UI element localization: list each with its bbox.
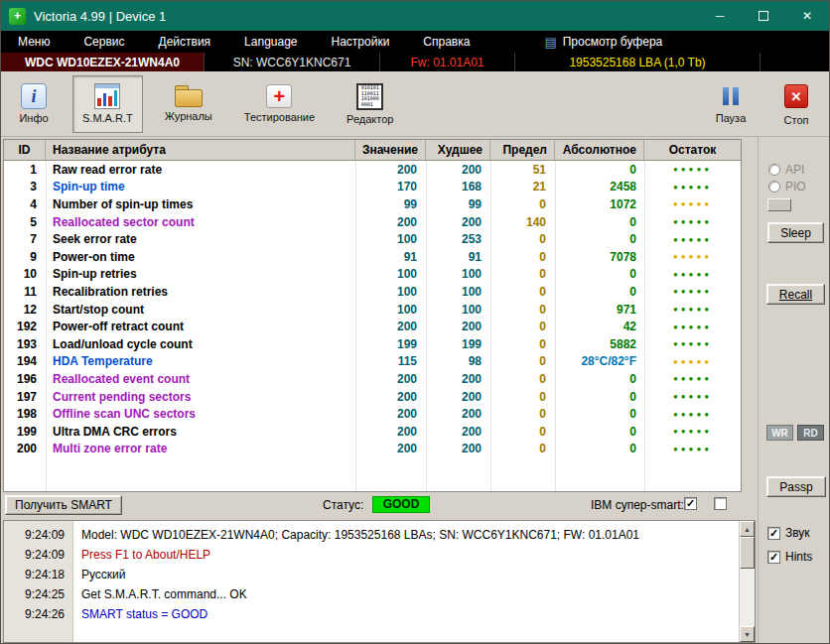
attr-id: 196 [4,372,46,386]
menu-item-help[interactable]: Справка [406,35,486,49]
pio-radio-label: PIO [785,180,806,193]
attr-threshold: 0 [490,250,555,264]
toolbar-pause-button[interactable]: Пауза [704,75,758,133]
ibm-super-smart-checkbox[interactable] [684,497,697,510]
table-row[interactable]: 194HDA Temperature11598028°C/82°F●●●●● [4,353,741,371]
attr-name: HDA Temperature [46,354,355,368]
attr-threshold: 0 [490,197,555,211]
table-row[interactable]: 198Offline scan UNC sectors20020000●●●●● [4,405,741,423]
attr-worst: 200 [426,215,490,229]
log-scrollbar[interactable]: ▲ ▼ [739,521,755,642]
attr-raw: 0 [555,372,644,386]
attr-value: 100 [355,285,426,299]
attr-threshold: 0 [490,337,555,351]
device-firmware: Fw: 01.01A01 [380,53,515,71]
table-row[interactable]: 10Spin-up retries10010000●●●●● [4,266,741,284]
column-header-name: Название атрибута [46,140,355,160]
menu-item-actions[interactable]: Действия [142,35,228,49]
table-row[interactable]: 199Ultra DMA CRC errors20020000●●●●● [4,423,741,441]
api-radio[interactable]: API [768,163,804,177]
attr-id: 200 [4,442,46,455]
table-row[interactable]: 200Multi zone error rate20020000●●●●● [4,441,741,458]
scroll-up-icon[interactable]: ▲ [740,521,755,537]
attr-name: Reallocated event count [46,372,355,386]
pio-radio-circle [768,181,780,193]
attr-name: Load/unload cycle count [46,337,355,351]
attr-name: Start/stop count [46,303,355,317]
hints-checkbox[interactable]: Hints [767,550,812,564]
table-row[interactable]: 11Recalibration retries10010000●●●●● [4,283,741,301]
table-row[interactable]: 9Power-on time919107078●●●●● [4,248,741,266]
wr-button[interactable]: WR [766,425,793,441]
attr-id: 198 [4,407,46,421]
toolbar-smart-button[interactable]: S.M.A.R.T [72,75,143,133]
table-row[interactable]: 197Current pending sectors20020000●●●●● [4,388,741,406]
attr-name: Power-on time [46,250,355,264]
get-smart-button[interactable]: Получить SMART [5,495,122,515]
toolbar-journals-button[interactable]: Журналы [155,75,222,133]
log-timestamp: 9:24:09 [4,525,72,545]
attr-value: 115 [355,354,426,368]
log-message: Model: WDC WD10EZEX-21WN4A0; Capacity: 1… [81,525,739,545]
menu-item-settings[interactable]: Настройки [315,35,407,49]
hex-editor-icon: 010101 110011 101000 0001 [356,83,383,110]
pio-radio[interactable]: PIO [768,180,806,193]
scrollbar-thumb[interactable] [740,537,755,569]
attr-health-dots: ●●●●● [644,392,741,401]
log-message: SMART status = GOOD [81,604,739,624]
close-icon[interactable]: ✕ [785,1,829,31]
attr-value: 200 [355,390,426,404]
buffer-view-icon: ▤ [544,36,556,49]
table-row[interactable]: 5Reallocated sector count2002001400●●●●● [4,213,741,231]
column-header-health: Остаток [644,140,741,160]
scroll-down-icon[interactable]: ▼ [740,626,755,642]
table-row[interactable]: 12Start/stop count1001000971●●●●● [4,301,741,319]
table-row[interactable]: 192Power-off retract count200200042●●●●● [4,318,741,335]
attr-raw: 28°C/82°F [555,354,644,368]
attr-threshold: 0 [490,354,555,368]
table-row[interactable]: 1Raw read error rate200200510●●●●● [4,161,741,179]
table-row[interactable]: 4Number of spin-up times999901072●●●●● [4,195,741,213]
extra-checkbox[interactable] [714,497,727,510]
stop-icon: ✕ [784,84,808,108]
recall-button[interactable]: Recall [766,284,825,305]
log-panel[interactable]: 9:24:099:24:099:24:189:24:259:24:26 Mode… [3,520,756,643]
sound-checkbox-label: Звук [785,526,810,540]
table-row[interactable]: 193Load/unload cycle count19919905882●●●… [4,335,741,353]
toolbar-info-button[interactable]: i Инфо [7,75,61,133]
menu-item-language[interactable]: Language [227,35,314,49]
sleep-button[interactable]: Sleep [767,222,824,243]
attr-threshold: 0 [490,407,555,421]
log-timestamp: 9:24:26 [4,604,72,624]
info-icon: i [21,83,47,109]
menu-item-menu[interactable]: Меню [1,35,67,49]
hints-checkbox-label: Hints [785,550,812,564]
passp-button[interactable]: Passp [766,476,826,497]
attr-worst: 99 [426,197,490,211]
title-bar: + Victoria 4.99 | Device 1 ─ ✕ [1,1,829,31]
attr-name: Recalibration retries [46,285,355,299]
table-row[interactable]: 3Spin-up time170168212458●●●●● [4,179,741,196]
table-row[interactable]: 196Reallocated event count20020000●●●●● [4,370,741,388]
rd-button[interactable]: RD [797,425,824,441]
attr-value: 200 [355,407,426,421]
attr-worst: 200 [426,372,490,386]
attr-worst: 91 [426,250,490,264]
toolbar-editor-button[interactable]: 010101 110011 101000 0001 Редактор [337,75,403,133]
attr-raw: 5882 [555,337,644,351]
minimize-icon[interactable]: ─ [698,1,742,31]
sound-checkbox[interactable]: Звук [767,526,810,540]
toolbar-stop-button[interactable]: ✕ Стоп [769,75,823,133]
maximize-icon[interactable] [742,1,785,31]
table-row[interactable]: 7Seek error rate10025300●●●●● [4,230,741,248]
smart-status-strip: Получить SMART Статус: GOOD IBM супер-sm… [3,494,742,516]
attr-worst: 100 [426,303,490,317]
menu-item-service[interactable]: Сервис [67,35,141,49]
attr-worst: 200 [426,163,490,177]
attr-health-dots: ●●●●● [644,183,741,192]
attr-id: 1 [4,163,46,177]
attr-threshold: 21 [490,180,555,193]
toolbar-testing-button[interactable]: + Тестирование [234,75,325,133]
buffer-view-button[interactable]: ▤ Просмотр буфера [544,35,662,49]
status-label: Статус: [323,498,363,512]
